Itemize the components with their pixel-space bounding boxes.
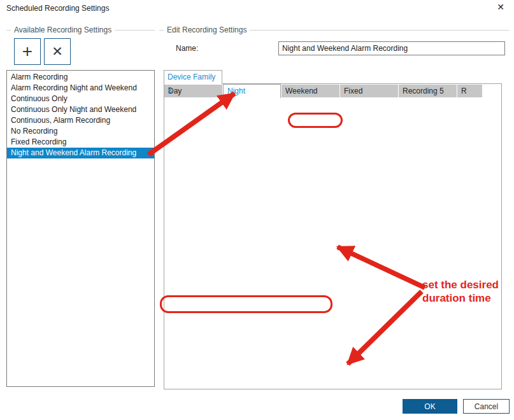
recording-settings-list[interactable]: Alarm Recording Alarm Recording Night an… <box>6 70 155 387</box>
close-button[interactable]: ✕ <box>496 2 506 12</box>
tab-recording-5[interactable]: Recording 5 <box>399 85 457 97</box>
list-item-selected[interactable]: Night and Weekend Alarm Recording <box>7 148 154 158</box>
close-icon: ✕ <box>497 2 504 12</box>
list-item[interactable]: Continuous, Alarm Recording <box>7 115 154 126</box>
device-family-page <box>164 83 502 389</box>
list-item[interactable]: No Recording <box>7 126 154 137</box>
plus-icon: + <box>22 41 32 62</box>
x-icon: ✕ <box>52 44 63 59</box>
name-label: Name: <box>176 44 198 53</box>
ok-button[interactable]: OK <box>403 399 457 414</box>
cancel-button[interactable]: Cancel <box>463 399 510 414</box>
available-settings-group-header: Available Recording Settings <box>6 25 155 34</box>
dialog-title: Scheduled Recording Settings <box>6 4 109 13</box>
edit-settings-group-header: Edit Recording Settings <box>159 25 510 34</box>
delete-setting-button[interactable]: ✕ <box>44 38 71 65</box>
tab-fixed[interactable]: Fixed <box>340 85 398 97</box>
available-settings-title: Available Recording Settings <box>14 25 111 34</box>
list-item[interactable]: Continuous Only Night and Weekend <box>7 104 154 115</box>
tab-weekend[interactable]: Weekend <box>282 85 339 97</box>
list-item[interactable]: Fixed Recording <box>7 137 154 148</box>
scheduled-recording-settings-dialog: Scheduled Recording Settings ✕ Available… <box>0 0 514 420</box>
list-item[interactable]: Alarm Recording Night and Weekend <box>7 83 154 94</box>
edit-settings-title: Edit Recording Settings <box>167 25 246 34</box>
tab-night[interactable]: Night <box>223 84 281 98</box>
tab-device-family-3[interactable]: Device Family 3 <box>164 70 222 84</box>
tab-day[interactable]: Day <box>164 85 222 97</box>
add-setting-button[interactable]: + <box>14 38 41 65</box>
name-input[interactable]: Night and Weekend Alarm Recording <box>278 41 505 55</box>
tab-truncated[interactable]: R <box>457 85 482 97</box>
list-item[interactable]: Alarm Recording <box>7 72 154 83</box>
list-item[interactable]: Continuous Only <box>7 94 154 104</box>
